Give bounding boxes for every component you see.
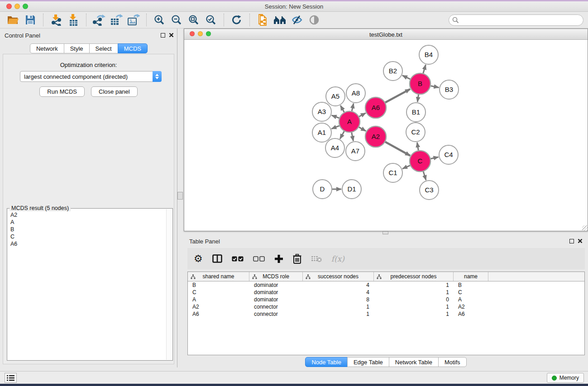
hide-selected-button[interactable] (288, 13, 306, 27)
mcds-result-item[interactable]: C (8, 233, 166, 240)
show-tasks-button[interactable] (5, 373, 17, 383)
float-panel-icon[interactable] (161, 33, 165, 38)
graph-node-C4[interactable]: C4 (439, 145, 458, 164)
zoom-fit-button[interactable] (185, 13, 202, 27)
graph-node-A3[interactable]: A3 (312, 102, 331, 121)
graph-node-C1[interactable]: C1 (383, 163, 402, 182)
horizontal-divider-grip[interactable] (382, 231, 388, 234)
zoom-out-button[interactable] (168, 13, 185, 27)
zoom-selected-button[interactable] (202, 13, 220, 27)
table-row[interactable]: A6connector11A6 (188, 310, 584, 318)
table-settings-button[interactable]: ⚙ (194, 254, 203, 264)
tab-node-table[interactable]: Node Table (305, 357, 348, 367)
graph-node-B2[interactable]: B2 (383, 62, 402, 81)
column-header-name[interactable]: name (454, 272, 488, 281)
graph-node-A2[interactable]: A2 (365, 126, 386, 147)
first-neighbors-button[interactable] (271, 13, 288, 27)
graph-node-A6[interactable]: A6 (365, 97, 386, 118)
table-row[interactable]: Cdominator41C (188, 289, 584, 296)
tab-mcds[interactable]: MCDS (118, 43, 148, 53)
save-session-button[interactable] (22, 13, 39, 27)
graph-node-A[interactable]: A (339, 111, 360, 132)
graph-edge-A-A3[interactable] (332, 115, 339, 118)
new-network-from-selection-button[interactable] (254, 13, 271, 27)
graph-node-A8[interactable]: A8 (346, 84, 365, 103)
open-session-button[interactable] (5, 13, 22, 27)
criterion-dropdown[interactable]: largest connected component (directed) (20, 71, 162, 82)
graph-node-A1[interactable]: A1 (312, 123, 331, 142)
delete-column-button[interactable] (293, 254, 301, 264)
import-network-button[interactable] (48, 13, 65, 27)
graph-edge-B-B2[interactable] (402, 76, 410, 79)
deselect-all-button[interactable] (253, 256, 265, 262)
graph-edge-A-A7[interactable] (352, 133, 354, 141)
table-row[interactable]: Adominator80A (188, 296, 584, 303)
float-panel-icon[interactable] (569, 239, 574, 243)
mcds-result-item[interactable]: A2 (8, 211, 166, 219)
column-header-shared-name[interactable]: shared name (188, 272, 249, 281)
graph-edge-C-C4[interactable] (430, 157, 438, 159)
zoom-in-button[interactable] (151, 13, 168, 27)
graph-node-B4[interactable]: B4 (419, 45, 438, 64)
graph-node-A4[interactable]: A4 (325, 138, 344, 157)
tab-edge-table[interactable]: Edge Table (347, 357, 389, 367)
graph-edge-A-A6[interactable] (359, 113, 366, 117)
graph-node-B1[interactable]: B1 (406, 103, 425, 122)
select-all-button[interactable] (232, 256, 244, 262)
show-all-button[interactable] (306, 13, 323, 27)
graph-node-C2[interactable]: C2 (406, 123, 425, 142)
export-network-button[interactable] (91, 13, 108, 27)
graph-node-C[interactable]: C (410, 151, 430, 172)
add-column-button[interactable] (274, 254, 283, 263)
graph-edge-A-A8[interactable] (352, 103, 354, 111)
mcds-result-item[interactable]: B (8, 226, 166, 233)
graph-edge-B-B3[interactable] (431, 86, 439, 88)
graph-edge-A6-B[interactable] (385, 89, 410, 103)
graph-edge-A-A4[interactable] (340, 131, 344, 139)
export-image-button[interactable] (125, 13, 142, 27)
table-row[interactable]: A2connector11A2 (188, 303, 584, 310)
network-graph[interactable]: B4B2BB3A8A5A6A3B1AA1C2A2A4A7C4CC1C3DD1 (184, 40, 588, 231)
graph-edge-A-A2[interactable] (359, 127, 366, 131)
result-scrollbar[interactable] (166, 209, 172, 360)
show-column-panel-button[interactable] (212, 254, 222, 263)
graph-edge-A-A5[interactable] (340, 105, 344, 112)
graph-edge-A-A1[interactable] (331, 126, 339, 129)
graph-node-B[interactable]: B (410, 73, 430, 94)
close-panel-icon[interactable] (578, 238, 583, 243)
graph-edge-B-B1[interactable] (417, 95, 418, 102)
vertical-divider-grip[interactable] (177, 192, 183, 200)
graph-node-A7[interactable]: A7 (346, 142, 365, 161)
mcds-result-item[interactable]: A (8, 219, 166, 226)
run-mcds-button[interactable]: Run MCDS (39, 86, 85, 97)
graph-node-D1[interactable]: D1 (342, 180, 361, 199)
close-panel-button[interactable]: Close panel (91, 86, 138, 97)
network-window-titlebar[interactable]: testGlobe.txt (184, 29, 588, 40)
graph-node-A5[interactable]: A5 (326, 87, 345, 106)
search-input[interactable] (449, 14, 583, 26)
mcds-result-item[interactable]: A6 (8, 240, 166, 248)
graph-edge-A2-C[interactable] (385, 142, 410, 156)
window-resize-grip[interactable] (582, 225, 588, 231)
graph-edge-C-C2[interactable] (417, 143, 419, 151)
tab-select[interactable]: Select (89, 43, 118, 53)
graph-node-D[interactable]: D (313, 180, 332, 199)
close-panel-icon[interactable] (169, 33, 174, 38)
tab-network-table[interactable]: Network Table (389, 357, 439, 367)
tab-motifs[interactable]: Motifs (438, 357, 467, 367)
graph-node-C3[interactable]: C3 (420, 181, 439, 200)
graph-edge-B-B4[interactable] (423, 65, 426, 73)
column-header-predecessor-nodes[interactable]: predecessor nodes (374, 272, 454, 281)
refresh-button[interactable] (228, 13, 245, 27)
import-table-button[interactable] (65, 13, 82, 27)
network-canvas[interactable]: B4B2BB3A8A5A6A3B1AA1C2A2A4A7C4CC1C3DD1 (184, 40, 588, 231)
graph-edge-C-C1[interactable] (402, 166, 410, 169)
table-row[interactable]: Bdominator41B (188, 281, 584, 289)
graph-node-B3[interactable]: B3 (440, 80, 459, 99)
memory-button[interactable]: Memory (547, 373, 584, 383)
column-header-successor-nodes[interactable]: successor nodes (303, 272, 374, 281)
tab-network[interactable]: Network (30, 43, 64, 53)
export-table-button[interactable] (108, 13, 125, 27)
tab-style[interactable]: Style (64, 43, 90, 53)
column-header-MCDS-role[interactable]: MCDS role (249, 272, 303, 281)
